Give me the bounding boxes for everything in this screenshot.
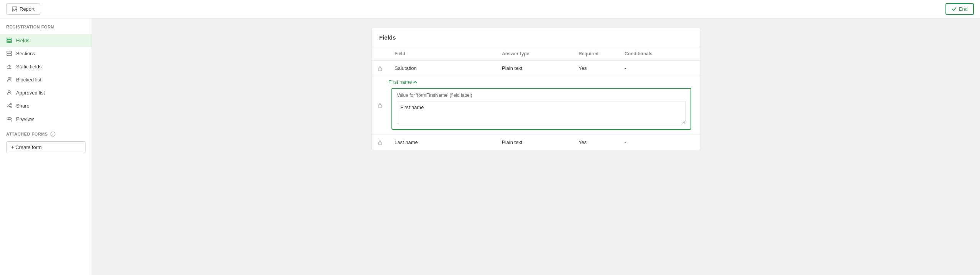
answer-type-cell: Plain text xyxy=(496,61,572,76)
inline-edit-label: Value for 'formFirstName' (field label) xyxy=(397,93,686,98)
lock-cell xyxy=(372,135,388,150)
required-cell: Yes xyxy=(572,135,618,150)
sidebar-fields-label: Fields xyxy=(16,38,30,43)
fields-panel: Fields Field Answer type Required Condit… xyxy=(371,28,701,150)
svg-rect-14 xyxy=(378,105,381,108)
static-fields-icon xyxy=(6,63,12,70)
sidebar-item-fields[interactable]: Fields xyxy=(0,34,92,47)
col-lock xyxy=(372,47,388,61)
sidebar-item-static-fields[interactable]: Static fields xyxy=(0,60,92,73)
sidebar-blocked-list-label: Blocked list xyxy=(16,77,41,83)
svg-rect-1 xyxy=(7,40,12,41)
col-answer-type: Answer type xyxy=(496,47,572,61)
report-icon xyxy=(12,7,17,12)
report-button[interactable]: Report xyxy=(6,3,40,15)
sidebar: REGISTRATION FORM Fields Sections xyxy=(0,18,92,275)
table-row: Last name Plain text Yes - xyxy=(372,135,700,150)
fields-table: Field Answer type Required Conditionals xyxy=(372,47,700,150)
fields-icon xyxy=(6,37,12,43)
table-row: First name Value for 'formFirstName' (fi… xyxy=(372,76,700,135)
content-area: Fields Field Answer type Required Condit… xyxy=(92,18,980,275)
conditionals-cell: - xyxy=(618,135,700,150)
col-field: Field xyxy=(388,47,496,61)
info-icon: i xyxy=(50,131,56,137)
share-icon xyxy=(6,103,12,109)
sidebar-static-fields-label: Static fields xyxy=(16,64,41,70)
fields-panel-title: Fields xyxy=(372,28,700,47)
lock-cell xyxy=(372,61,388,76)
create-form-label: + Create form xyxy=(11,144,42,150)
top-bar: Report End xyxy=(0,0,980,18)
svg-point-10 xyxy=(8,118,10,120)
svg-rect-15 xyxy=(378,142,381,145)
end-button[interactable]: End xyxy=(945,3,974,15)
blocked-list-icon xyxy=(6,76,12,83)
svg-text:i: i xyxy=(52,133,53,136)
inline-edit-container: Value for 'formFirstName' (field label) xyxy=(391,88,691,130)
sidebar-item-sections[interactable]: Sections xyxy=(0,47,92,60)
sidebar-item-preview[interactable]: Preview xyxy=(0,112,92,125)
sidebar-preview-label: Preview xyxy=(16,116,34,122)
chevron-up-icon xyxy=(413,81,417,84)
svg-rect-4 xyxy=(7,54,12,56)
table-row: Salutation Plain text Yes - xyxy=(372,61,700,76)
svg-rect-13 xyxy=(378,68,381,71)
end-label: End xyxy=(959,6,968,12)
inline-edit-textarea[interactable] xyxy=(397,101,686,124)
sidebar-share-label: Share xyxy=(16,103,30,109)
sections-icon xyxy=(6,50,12,56)
approved-list-icon xyxy=(6,89,12,96)
report-label: Report xyxy=(20,6,35,12)
col-required: Required xyxy=(572,47,618,61)
conditionals-cell: - xyxy=(618,61,700,76)
sidebar-approved-list-label: Approved list xyxy=(16,90,45,96)
main-layout: REGISTRATION FORM Fields Sections xyxy=(0,18,980,275)
lock-icon xyxy=(378,103,382,108)
preview-icon xyxy=(6,116,12,122)
sidebar-item-approved-list[interactable]: Approved list xyxy=(0,86,92,99)
app-title: REGISTRATION FORM xyxy=(0,25,92,34)
required-cell: Yes xyxy=(572,61,618,76)
checkmark-icon xyxy=(952,7,957,12)
sidebar-sections-label: Sections xyxy=(16,51,35,56)
first-name-link[interactable]: First name xyxy=(388,79,417,85)
field-name-cell: Salutation xyxy=(388,61,496,76)
col-conditionals: Conditionals xyxy=(618,47,700,61)
lock-cell xyxy=(372,76,388,135)
svg-rect-3 xyxy=(7,51,12,53)
attached-forms-section-title: ATTACHED FORMS i xyxy=(0,125,92,140)
field-name-cell: Last name xyxy=(388,135,496,150)
sidebar-item-blocked-list[interactable]: Blocked list xyxy=(0,73,92,86)
create-form-button[interactable]: + Create form xyxy=(6,141,86,153)
lock-icon xyxy=(378,140,382,145)
answer-type-cell: Plain text xyxy=(496,135,572,150)
first-name-expanded-cell: First name Value for 'formFirstName' (fi… xyxy=(388,76,700,135)
svg-rect-2 xyxy=(7,41,12,43)
sidebar-item-share[interactable]: Share xyxy=(0,99,92,112)
lock-icon xyxy=(378,66,382,71)
svg-rect-0 xyxy=(7,38,12,39)
